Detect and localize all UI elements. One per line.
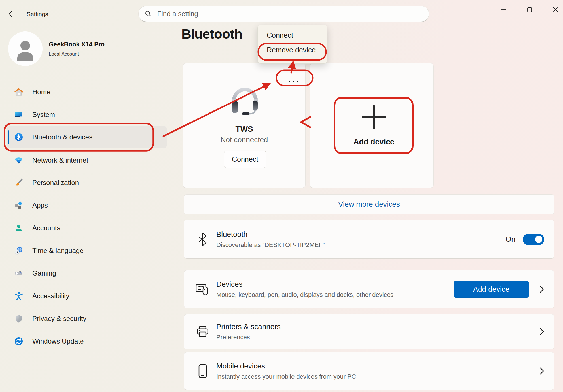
ellipsis-icon	[289, 81, 290, 82]
search-icon	[145, 10, 152, 17]
headset-icon	[231, 84, 259, 115]
devices-row[interactable]: Devices Mouse, keyboard, pen, audio, dis…	[184, 270, 554, 308]
sidebar-item-label: Time & language	[32, 247, 84, 255]
sidebar-item-label: Accessibility	[32, 292, 69, 300]
network-icon	[14, 155, 24, 165]
printers-scanners-row[interactable]: Printers & scanners Preferences	[184, 314, 554, 349]
devices-row-subtitle: Mouse, keyboard, pen, audio, displays an…	[216, 291, 393, 299]
sidebar-item-privacy-security[interactable]: Privacy & security	[7, 308, 167, 329]
sidebar-item-home[interactable]: Home	[7, 81, 167, 103]
phone-icon	[195, 364, 210, 378]
bluetooth-glyph-icon	[195, 233, 210, 246]
view-more-devices-link[interactable]: View more devices	[338, 200, 400, 209]
maximize-icon	[526, 7, 533, 13]
add-device-button[interactable]: Add device	[454, 281, 529, 298]
sidebar-item-time-language[interactable]: Time & language	[7, 240, 167, 261]
avatar[interactable]	[8, 31, 43, 66]
accessibility-icon	[14, 291, 24, 301]
sidebar-item-label: System	[32, 111, 55, 119]
app-title: Settings	[27, 11, 48, 18]
connect-button[interactable]: Connect	[224, 151, 266, 168]
sidebar-item-label: Gaming	[32, 269, 56, 277]
minimize-icon	[500, 7, 507, 13]
printer-icon	[195, 325, 210, 338]
mobile-row-subtitle: Instantly access your mobile devices fro…	[216, 373, 356, 380]
bluetooth-icon	[14, 132, 24, 142]
sidebar-item-label: Accounts	[32, 224, 60, 232]
sidebar-item-system[interactable]: System	[7, 104, 167, 125]
add-device-card: Add device	[310, 63, 434, 188]
toggle-state-label: On	[505, 235, 515, 244]
back-button[interactable]	[7, 10, 17, 18]
chevron-right-icon	[540, 367, 544, 375]
plus-icon	[362, 105, 386, 129]
printers-row-title: Printers & scanners	[216, 322, 281, 331]
sidebar-item-network-internet[interactable]: Network & internet	[7, 150, 167, 171]
mobile-devices-row[interactable]: Mobile devices Instantly access your mob…	[184, 352, 554, 390]
gaming-icon	[14, 269, 24, 278]
bluetooth-row-subtitle: Discoverable as “DESKTOP-TIP2MEF”	[216, 241, 325, 249]
devices-icon	[195, 283, 210, 295]
sidebar-item-windows-update[interactable]: Windows Update	[7, 331, 167, 352]
sidebar-item-bluetooth-devices[interactable]: Bluetooth & devices	[7, 126, 167, 148]
profile-account-type: Local Account	[49, 51, 79, 57]
add-device-tile[interactable]: Add device	[335, 98, 413, 154]
devices-row-title: Devices	[216, 280, 393, 289]
sidebar-item-label: Apps	[32, 201, 48, 209]
time-language-icon	[14, 246, 24, 255]
maximize-button[interactable]	[521, 3, 538, 16]
more-options-button[interactable]	[287, 80, 299, 84]
mobile-row-title: Mobile devices	[216, 362, 356, 370]
sidebar-item-gaming[interactable]: Gaming	[7, 263, 167, 284]
user-silhouette-icon	[8, 31, 43, 66]
search-input[interactable]	[157, 10, 426, 18]
sidebar-item-accessibility[interactable]: Accessibility	[7, 285, 167, 307]
system-icon	[14, 110, 24, 120]
menu-item-remove-device[interactable]: Remove device	[262, 43, 323, 57]
profile-name: GeekBook X14 Pro	[49, 41, 105, 48]
device-context-menu: Connect Remove device	[257, 25, 327, 64]
sidebar-item-label: Privacy & security	[32, 315, 86, 323]
personalization-icon	[14, 178, 24, 188]
accounts-icon	[14, 223, 24, 233]
device-status: Not connected	[183, 135, 305, 144]
chevron-right-icon	[540, 328, 544, 335]
search-bar[interactable]	[138, 6, 429, 22]
close-icon	[553, 7, 559, 13]
sidebar-item-label: Home	[32, 88, 50, 96]
windows-update-icon	[14, 336, 24, 346]
sidebar-item-label: Personalization	[32, 179, 79, 187]
menu-item-connect[interactable]: Connect	[262, 28, 323, 42]
sidebar-item-apps[interactable]: Apps	[7, 195, 167, 216]
printers-row-subtitle: Preferences	[216, 334, 281, 341]
sidebar-item-label: Windows Update	[32, 337, 84, 345]
sidebar-item-personalization[interactable]: Personalization	[7, 172, 167, 193]
sidebar-item-label: Bluetooth & devices	[32, 133, 92, 141]
home-icon	[14, 87, 24, 97]
bluetooth-toggle[interactable]	[523, 234, 544, 245]
sidebar-item-label: Network & internet	[32, 156, 88, 164]
view-more-devices-row: View more devices	[184, 194, 554, 214]
device-card-tws: TWS Not connected Connect	[183, 63, 306, 188]
shield-icon	[14, 314, 24, 323]
sidebar-item-accounts[interactable]: Accounts	[7, 217, 167, 239]
add-device-label: Add device	[335, 138, 413, 146]
apps-icon	[14, 201, 24, 210]
bluetooth-row-title: Bluetooth	[216, 230, 325, 239]
close-button[interactable]	[547, 3, 563, 16]
minimize-button[interactable]	[495, 3, 512, 16]
back-arrow-icon	[8, 10, 16, 17]
device-name: TWS	[183, 125, 305, 134]
page-title: Bluetooth	[181, 26, 242, 42]
settings-window: Settings GeekBook X14 Pro Local Account	[0, 0, 563, 392]
chevron-right-icon	[540, 286, 544, 293]
bluetooth-toggle-row: Bluetooth Discoverable as “DESKTOP-TIP2M…	[184, 220, 554, 259]
